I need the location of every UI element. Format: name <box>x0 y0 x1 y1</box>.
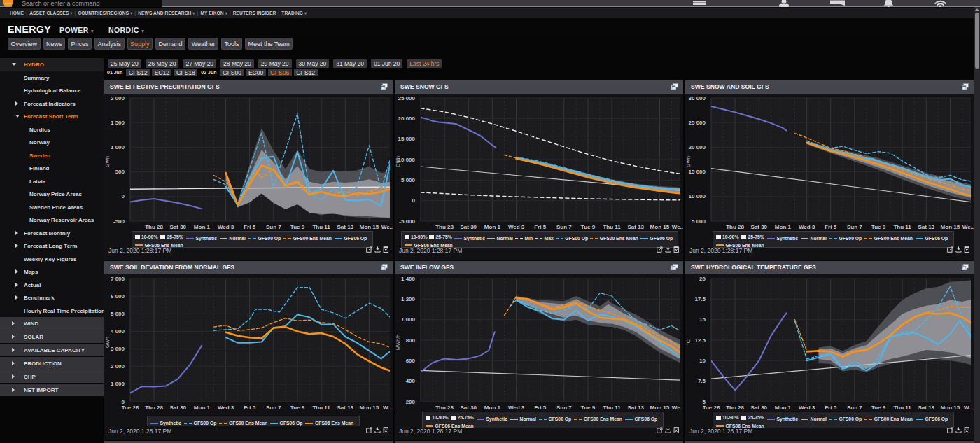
svg-text:Fri 5: Fri 5 <box>825 224 836 230</box>
svg-text:Thu 28: Thu 28 <box>145 405 163 411</box>
svg-text:W...: W... <box>964 405 974 411</box>
svg-text:10 000: 10 000 <box>398 157 416 163</box>
svg-text:25 000: 25 000 <box>398 95 416 101</box>
svg-text:Mon 15: Mon 15 <box>360 224 379 230</box>
svg-text:W...: W... <box>383 405 393 411</box>
svg-text:Tue 9: Tue 9 <box>872 405 886 411</box>
svg-text:Wed 3: Wed 3 <box>799 405 816 411</box>
svg-text:Fri 5: Fri 5 <box>244 405 255 411</box>
svg-text:Thu 11: Thu 11 <box>893 405 911 411</box>
svg-text:Tue 9: Tue 9 <box>581 405 596 411</box>
svg-text:Fri 5: Fri 5 <box>534 224 546 230</box>
svg-text:5 000: 5 000 <box>692 218 706 225</box>
svg-text:17.5: 17.5 <box>694 296 706 302</box>
svg-text:0: 0 <box>122 193 125 199</box>
svg-text:-500: -500 <box>113 218 125 225</box>
svg-text:Sat 13: Sat 13 <box>918 405 935 411</box>
svg-text:We...: We... <box>672 405 683 411</box>
svg-text:15 000: 15 000 <box>689 169 706 175</box>
svg-text:Thu 28: Thu 28 <box>726 405 744 411</box>
svg-text:Sat 13: Sat 13 <box>628 224 645 230</box>
svg-text:Mon 1: Mon 1 <box>484 224 501 230</box>
svg-text:Fri 5: Fri 5 <box>825 405 836 411</box>
svg-text:Sun 7: Sun 7 <box>556 224 572 230</box>
svg-text:GWh: GWh <box>396 156 400 167</box>
svg-text:1 200: 1 200 <box>401 296 416 302</box>
svg-text:Sat 13: Sat 13 <box>337 405 354 411</box>
svg-text:Mon 15: Mon 15 <box>360 405 379 411</box>
svg-text:Mon 15: Mon 15 <box>650 224 670 230</box>
svg-text:6 000: 6 000 <box>111 293 125 300</box>
svg-text:Thu 11: Thu 11 <box>603 405 621 411</box>
svg-text:1 400: 1 400 <box>401 276 416 282</box>
svg-text:°C: °C <box>686 339 691 345</box>
svg-text:Tue 9: Tue 9 <box>290 224 305 230</box>
svg-text:Mon 15: Mon 15 <box>941 224 960 230</box>
svg-text:Thu 28: Thu 28 <box>145 224 163 230</box>
svg-text:Mon 15: Mon 15 <box>941 405 960 411</box>
svg-text:Tue 26: Tue 26 <box>122 405 139 411</box>
svg-text:Tue 9: Tue 9 <box>872 224 886 230</box>
svg-text:3 000: 3 000 <box>111 346 125 352</box>
svg-text:Wed 3: Wed 3 <box>508 405 525 411</box>
svg-text:7.5: 7.5 <box>698 378 706 384</box>
svg-text:Wed 3: Wed 3 <box>508 224 525 230</box>
svg-text:MWh/h: MWh/h <box>396 335 400 350</box>
svg-text:Sun 7: Sun 7 <box>847 224 862 230</box>
svg-text:200: 200 <box>406 399 416 405</box>
svg-text:Thu 11: Thu 11 <box>312 224 330 230</box>
svg-text:15 000: 15 000 <box>398 136 416 142</box>
svg-text:20 000: 20 000 <box>398 115 416 122</box>
svg-text:Sun 7: Sun 7 <box>556 405 572 411</box>
svg-text:We...: We... <box>962 224 974 230</box>
svg-text:30 000: 30 000 <box>689 95 706 101</box>
svg-text:Sun 7: Sun 7 <box>266 224 281 230</box>
svg-text:15: 15 <box>699 316 706 323</box>
svg-text:Tue 9: Tue 9 <box>290 405 305 411</box>
svg-text:10 000: 10 000 <box>689 193 706 199</box>
svg-text:800: 800 <box>406 337 416 344</box>
svg-text:Mon 1: Mon 1 <box>775 405 792 411</box>
svg-text:500: 500 <box>115 169 125 175</box>
svg-text:5 000: 5 000 <box>111 311 125 317</box>
svg-text:Fri 5: Fri 5 <box>244 224 255 230</box>
svg-text:2 000: 2 000 <box>111 363 125 370</box>
svg-text:We...: We... <box>382 224 393 230</box>
svg-text:Mon 1: Mon 1 <box>775 224 792 230</box>
svg-text:Thu 28: Thu 28 <box>435 224 454 230</box>
svg-text:Sat 30: Sat 30 <box>461 405 477 411</box>
svg-text:Wed 3: Wed 3 <box>218 405 234 411</box>
svg-text:400: 400 <box>406 378 416 384</box>
svg-text:GWh: GWh <box>686 156 691 167</box>
svg-text:7 000: 7 000 <box>111 276 125 282</box>
svg-text:We...: We... <box>672 224 683 230</box>
svg-text:Sun 7: Sun 7 <box>847 405 862 411</box>
svg-text:Sat 30: Sat 30 <box>170 405 187 411</box>
svg-text:Thu 28: Thu 28 <box>435 405 454 411</box>
svg-text:Wed 3: Wed 3 <box>799 224 816 230</box>
svg-text:Sat 13: Sat 13 <box>918 224 935 230</box>
svg-text:Sat 13: Sat 13 <box>337 224 354 230</box>
svg-text:Mon 1: Mon 1 <box>194 405 211 411</box>
svg-text:Mon 1: Mon 1 <box>484 405 501 411</box>
svg-text:Sat 30: Sat 30 <box>751 224 768 230</box>
svg-text:Fri 5: Fri 5 <box>534 405 546 411</box>
svg-text:1 500: 1 500 <box>111 120 125 126</box>
svg-text:GWh: GWh <box>105 337 110 348</box>
svg-text:20: 20 <box>699 276 706 282</box>
svg-text:Thu 11: Thu 11 <box>312 405 330 411</box>
svg-text:GWh: GWh <box>105 156 110 167</box>
svg-text:600: 600 <box>406 358 416 364</box>
svg-text:5 000: 5 000 <box>401 177 416 183</box>
svg-text:Thu 11: Thu 11 <box>893 224 911 230</box>
svg-text:1 000: 1 000 <box>401 316 416 323</box>
svg-text:20 000: 20 000 <box>689 144 706 150</box>
svg-text:1 000: 1 000 <box>111 144 125 150</box>
svg-text:Tue 26: Tue 26 <box>703 405 720 411</box>
svg-text:0: 0 <box>412 197 416 204</box>
svg-text:12.5: 12.5 <box>694 337 706 344</box>
svg-text:4 000: 4 000 <box>111 328 125 335</box>
svg-text:Mon 1: Mon 1 <box>194 224 211 230</box>
svg-text:Sat 30: Sat 30 <box>170 224 187 230</box>
svg-text:Tue 9: Tue 9 <box>581 224 596 230</box>
